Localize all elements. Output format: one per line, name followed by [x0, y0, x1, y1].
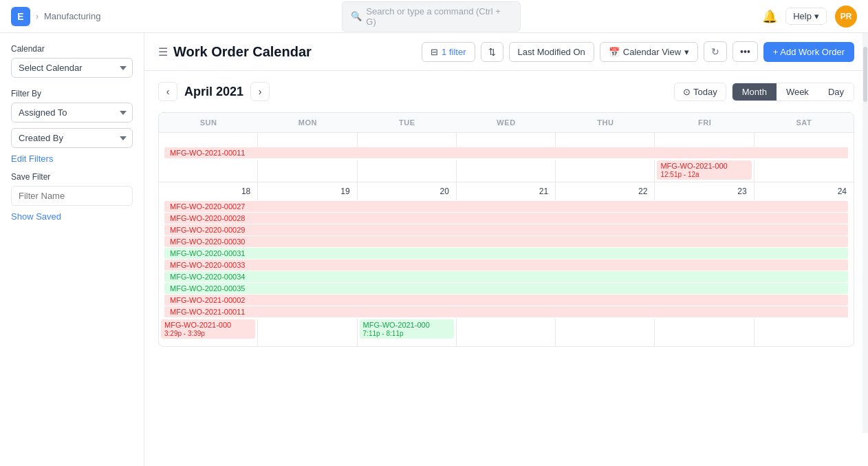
- partial-cell-23: [655, 319, 754, 346]
- partial-cell-thu-1: [556, 160, 655, 182]
- next-month-button[interactable]: ›: [250, 82, 270, 101]
- page-header: ☰ Work Order Calendar ⊟ 1 filter ⇅ Last …: [144, 33, 868, 71]
- date-20: 20: [362, 185, 452, 198]
- nav-right: 🔔 Help ▾ PR: [762, 6, 857, 28]
- event-MFG-WO-2020-00031[interactable]: MFG-WO-2020-00031: [164, 248, 848, 259]
- calendar-area: ‹ April 2021 › ⊙ Today Month Week Day: [144, 71, 868, 466]
- event-MFG-WO-2021-000-tue[interactable]: MFG-WO-2021-0007:11p - 8:11p: [360, 319, 454, 339]
- calendar-view-button[interactable]: 📅 Calendar View ▾: [600, 42, 698, 62]
- cell-18: 18: [159, 182, 258, 200]
- event-MFG-WO-2020-00035[interactable]: MFG-WO-2020-00035: [164, 283, 848, 294]
- cal-nav-left: ‹ April 2021 ›: [158, 82, 270, 101]
- event-MFG-WO-2021-000-sun[interactable]: MFG-WO-2021-0003:29p - 3:39p: [161, 319, 255, 339]
- breadcrumb-text: Manufacturing: [44, 11, 100, 21]
- partial-cell-20: MFG-WO-2021-0007:11p - 8:11p: [358, 319, 457, 346]
- event-MFG-WO-2021-00011-w1[interactable]: MFG-WO-2021-00011: [164, 147, 848, 158]
- month-view-button[interactable]: Month: [733, 83, 777, 100]
- date-23: 23: [659, 185, 749, 198]
- partial-events-row-1: MFG-WO-2021-00012:51p - 12a: [159, 160, 854, 182]
- calendar-select[interactable]: Select Calendar: [11, 58, 133, 78]
- page-layout: Calendar Select Calendar Filter By Assig…: [0, 33, 868, 466]
- scrollbar-thumb[interactable]: [863, 47, 867, 102]
- date-21: 21: [461, 185, 551, 198]
- partial-events-row-2: MFG-WO-2021-0003:29p - 3:39p MFG-WO-2021…: [159, 319, 854, 346]
- col-sat: SAT: [755, 113, 854, 133]
- col-thu: THU: [556, 113, 655, 133]
- last-modified-button[interactable]: Last Modified On: [509, 42, 594, 62]
- col-mon: MON: [258, 113, 357, 133]
- week-view-button[interactable]: Week: [777, 83, 818, 100]
- scrollbar-track: [862, 33, 868, 433]
- col-sun: SUN: [159, 113, 258, 133]
- assigned-to-select[interactable]: Assigned To: [11, 103, 133, 123]
- event-MFG-WO-2021-000-fri-1[interactable]: MFG-WO-2021-00012:51p - 12a: [657, 160, 751, 180]
- partial-cell-tue-1: [358, 160, 457, 182]
- refresh-icon: ↻: [711, 46, 719, 57]
- partial-cell-19: [258, 319, 357, 346]
- menu-icon[interactable]: ☰: [158, 45, 168, 59]
- partial-cell-24: [755, 319, 854, 346]
- sidebar: Calendar Select Calendar Filter By Assig…: [0, 33, 144, 466]
- created-by-select[interactable]: Created By: [11, 128, 133, 148]
- cell-sun-1: [159, 133, 258, 147]
- show-saved-link[interactable]: Show Saved: [11, 211, 133, 222]
- cell-21: 21: [457, 182, 556, 200]
- partial-cell-22: [556, 319, 655, 346]
- event-MFG-WO-2021-00002[interactable]: MFG-WO-2021-00002: [164, 295, 848, 306]
- avatar[interactable]: PR: [835, 6, 857, 28]
- dates-row-2: 18 19 20 21 22 23 24: [159, 182, 854, 200]
- filter-section: Filter By Assigned To Created By Edit Fi…: [11, 89, 133, 164]
- partial-cell-mon-1: [258, 160, 357, 182]
- cell-19: 19: [258, 182, 357, 200]
- filter-button[interactable]: ⊟ 1 filter: [422, 42, 475, 62]
- more-icon: •••: [740, 46, 750, 57]
- more-button[interactable]: •••: [733, 41, 758, 62]
- app-icon[interactable]: E: [11, 7, 30, 26]
- save-filter-label: Save Filter: [11, 172, 133, 182]
- calendar-nav: ‹ April 2021 › ⊙ Today Month Week Day: [158, 82, 854, 101]
- filter-name-input[interactable]: [11, 186, 133, 206]
- help-button[interactable]: Help ▾: [785, 8, 827, 25]
- sort-icon: ⇅: [488, 47, 496, 57]
- last-modified-label: Last Modified On: [518, 47, 585, 57]
- event-MFG-WO-2020-00027[interactable]: MFG-WO-2020-00027: [164, 201, 848, 212]
- col-tue: TUE: [358, 113, 457, 133]
- event-MFG-WO-2020-00033[interactable]: MFG-WO-2020-00033: [164, 260, 848, 271]
- prev-month-button[interactable]: ‹: [158, 82, 177, 101]
- full-span-events-2: MFG-WO-2020-00027 MFG-WO-2020-00028 MFG-…: [162, 201, 851, 317]
- filter-icon: ⊟: [431, 47, 438, 57]
- calendar-grid: SUN MON TUE WED THU FRI SAT: [158, 112, 854, 347]
- search-placeholder: Search or type a command (Ctrl + G): [366, 6, 512, 27]
- event-MFG-WO-2020-00029[interactable]: MFG-WO-2020-00029: [164, 224, 848, 235]
- edit-filters-link[interactable]: Edit Filters: [11, 153, 133, 164]
- event-MFG-WO-2020-00034[interactable]: MFG-WO-2020-00034: [164, 271, 848, 282]
- cell-thu-1: [556, 133, 655, 147]
- col-wed: WED: [457, 113, 556, 133]
- refresh-button[interactable]: ↻: [704, 41, 727, 62]
- chevron-down-icon: ▾: [814, 11, 819, 21]
- add-work-order-button[interactable]: + Add Work Order: [763, 42, 854, 62]
- search-bar[interactable]: 🔍 Search or type a command (Ctrl + G): [342, 1, 521, 32]
- event-MFG-WO-2020-00028[interactable]: MFG-WO-2020-00028: [164, 213, 848, 224]
- calendar-section: Calendar Select Calendar: [11, 44, 133, 78]
- cal-nav-right: ⊙ Today Month Week Day: [674, 83, 854, 101]
- bell-icon[interactable]: 🔔: [762, 9, 777, 24]
- main-content: ☰ Work Order Calendar ⊟ 1 filter ⇅ Last …: [144, 33, 868, 466]
- filter-by-label: Filter By: [11, 89, 133, 98]
- today-button[interactable]: ⊙ Today: [674, 83, 726, 101]
- event-MFG-WO-2020-00030[interactable]: MFG-WO-2020-00030: [164, 236, 848, 247]
- cell-24: 24: [755, 182, 854, 200]
- today-label: Today: [693, 87, 717, 97]
- event-MFG-WO-2021-00011-w2[interactable]: MFG-WO-2021-00011: [164, 306, 848, 317]
- sort-button[interactable]: ⇅: [481, 42, 503, 62]
- week-row-1: MFG-WO-2021-00011 MFG-WO-2021-00012:51p …: [159, 133, 854, 182]
- cal-month-title: April 2021: [184, 85, 243, 99]
- partial-cell-21: [457, 319, 556, 346]
- cell-sat-1: [755, 133, 854, 147]
- nav-left: E › Manufacturing: [11, 7, 100, 26]
- partial-cell-18: MFG-WO-2021-0003:29p - 3:39p: [159, 319, 258, 346]
- day-view-button[interactable]: Day: [818, 83, 854, 100]
- search-icon: 🔍: [351, 11, 362, 21]
- page-header-left: ☰ Work Order Calendar: [158, 44, 312, 60]
- header-actions: ⊟ 1 filter ⇅ Last Modified On 📅 Calendar…: [422, 41, 854, 62]
